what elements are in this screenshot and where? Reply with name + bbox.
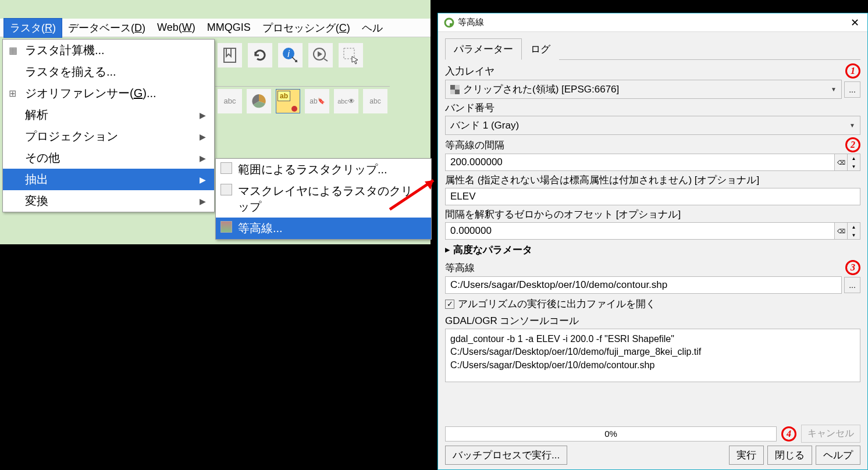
- run-icon[interactable]: [308, 43, 333, 67]
- menu-raster[interactable]: ラスタ(R): [3, 18, 62, 38]
- clear-icon[interactable]: ⌫: [835, 154, 848, 171]
- open-after-label: アルゴリズムの実行後に出力ファイルを開く: [458, 297, 656, 311]
- qgis-logo-icon: [444, 17, 454, 28]
- menu-mmqgis[interactable]: MMQGIS: [201, 19, 257, 36]
- menu-convert[interactable]: 変換▶: [3, 190, 214, 212]
- tab-parameters[interactable]: パラメーター: [445, 38, 522, 60]
- svg-text:i: i: [287, 49, 290, 59]
- pie-icon[interactable]: [247, 89, 271, 113]
- svg-rect-8: [450, 85, 455, 90]
- cancel-button: キャンセル: [801, 425, 860, 443]
- label-pin-icon[interactable]: ab: [276, 89, 300, 113]
- spin-up-icon: ▲: [848, 223, 860, 231]
- spin-buttons[interactable]: ▲▼: [848, 154, 860, 171]
- band-label: バンド番号: [445, 101, 495, 115]
- output-label: 等高線: [445, 261, 475, 275]
- submenu-arrow-icon: ▶: [200, 132, 206, 141]
- browse-output-button[interactable]: ...: [844, 277, 860, 293]
- submenu-arrow-icon: ▶: [200, 197, 206, 206]
- georef-icon: ⊞: [9, 88, 16, 99]
- menu-georeferencer[interactable]: ⊞ジオリファレンサー(G)...: [3, 83, 214, 104]
- raster-menu-dropdown: ▦ラスタ計算機... ラスタを揃える... ⊞ジオリファレンサー(G)... 解…: [2, 39, 215, 212]
- qgis-main-window: ラスタ(R) データベース(D) Web(W) MMQGIS プロセッシング(C…: [0, 0, 431, 244]
- offset-input[interactable]: 0.000000: [445, 222, 835, 240]
- batch-run-button[interactable]: バッチプロセスで実行...: [445, 446, 567, 465]
- console-label: GDAL/OGR コンソールコール: [445, 314, 579, 327]
- interval-label: 等高線の間隔: [445, 138, 504, 152]
- submenu-arrow-icon: ▶: [200, 175, 206, 184]
- offset-label: 間隔を解釈するゼロからのオフセット [オプショナル]: [445, 208, 681, 221]
- menu-extract[interactable]: 抽出▶: [3, 169, 214, 190]
- annotation-2: 2: [845, 137, 860, 152]
- input-layer-label: 入力レイヤ: [445, 65, 495, 78]
- menu-processing[interactable]: プロセッシング(C): [257, 19, 356, 37]
- spin-down-icon: ▼: [848, 162, 860, 170]
- open-after-checkbox[interactable]: ✓: [445, 300, 454, 309]
- menu-web[interactable]: Web(W): [151, 19, 201, 36]
- bookmark-icon[interactable]: [218, 43, 242, 67]
- dialog-title: 等高線: [458, 17, 484, 28]
- contour-icon: [220, 221, 232, 233]
- abc-label-icon[interactable]: abc: [218, 89, 242, 113]
- expand-arrow-icon: ▶: [445, 246, 450, 254]
- advanced-params-toggle[interactable]: ▶ 高度なパラメータ: [445, 243, 860, 257]
- clip-extent-icon: [220, 162, 232, 174]
- select-rect-icon[interactable]: [339, 43, 363, 67]
- calc-icon: ▦: [9, 45, 17, 56]
- menu-database[interactable]: データベース(D): [62, 19, 151, 37]
- tab-log[interactable]: ログ: [522, 38, 559, 60]
- abc-eye-icon[interactable]: abc👁: [334, 89, 358, 113]
- annotation-1: 1: [845, 63, 860, 79]
- raster-layer-icon: [450, 85, 460, 94]
- band-combo[interactable]: バンド 1 (Gray) ▼: [445, 116, 860, 135]
- svg-rect-6: [450, 23, 453, 26]
- svg-rect-9: [455, 90, 460, 94]
- dialog-tabs: パラメーター ログ: [445, 38, 860, 60]
- dialog-title-bar: 等高線 ✕: [438, 13, 867, 32]
- spin-up-icon: ▲: [848, 154, 860, 162]
- close-button[interactable]: ✕: [848, 16, 862, 29]
- submenu-arrow-icon: ▶: [200, 154, 206, 163]
- annotation-arrow: [384, 175, 442, 215]
- menu-raster-calculator[interactable]: ▦ラスタ計算機...: [3, 40, 214, 61]
- menu-contour[interactable]: 等高線...: [216, 218, 431, 239]
- refresh-icon[interactable]: [248, 43, 272, 67]
- menu-help[interactable]: ヘル: [356, 19, 389, 37]
- menu-other[interactable]: その他▶: [3, 147, 214, 169]
- dropdown-arrow-icon: ▼: [831, 86, 837, 92]
- annotation-3: 3: [845, 260, 860, 275]
- attribute-input[interactable]: ELEV: [445, 188, 860, 205]
- menubar: ラスタ(R) データベース(D) Web(W) MMQGIS プロセッシング(C…: [0, 19, 431, 37]
- spin-buttons[interactable]: ▲▼: [848, 222, 860, 240]
- run-button[interactable]: 実行: [729, 446, 764, 465]
- clip-mask-icon: [220, 184, 232, 195]
- menu-projection[interactable]: プロジェクション▶: [3, 126, 214, 147]
- help-button[interactable]: ヘルプ: [816, 446, 860, 465]
- annotation-4: 4: [781, 426, 796, 441]
- identify-icon[interactable]: i: [278, 43, 303, 67]
- close-button[interactable]: 閉じる: [767, 446, 812, 465]
- console-output[interactable]: gdal_contour -b 1 -a ELEV -i 200.0 -f "E…: [445, 329, 860, 382]
- progress-bar: 0%: [445, 426, 777, 441]
- abc-last-icon[interactable]: abc: [363, 89, 387, 113]
- browse-input-button[interactable]: ...: [844, 81, 860, 98]
- menu-align-raster[interactable]: ラスタを揃える...: [3, 61, 214, 83]
- submenu-arrow-icon: ▶: [200, 111, 206, 120]
- input-layer-combo[interactable]: クリップされた(領域) [EPSG:6676] ▼: [445, 80, 842, 99]
- ab-tag-icon[interactable]: ab🔖: [305, 89, 329, 113]
- attribute-label: 属性名 (指定されない場合は標高属性は付加されません) [オプショナル]: [445, 173, 759, 187]
- output-path-input[interactable]: C:/Users/sagar/Desktop/oer/10/demo/conto…: [445, 276, 842, 294]
- interval-input[interactable]: 200.000000: [445, 154, 835, 171]
- menu-analysis[interactable]: 解析▶: [3, 104, 214, 126]
- toolbar-row-2: abc ab ab🔖 abc👁 abc: [215, 86, 390, 115]
- clear-icon[interactable]: ⌫: [835, 222, 848, 240]
- toolbar-row-1: i: [215, 41, 365, 70]
- dropdown-arrow-icon: ▼: [849, 122, 855, 129]
- spin-down-icon: ▼: [848, 231, 860, 239]
- contour-dialog: 等高線 ✕ パラメーター ログ 入力レイヤ 1 クリップされた(領域) [EPS…: [437, 13, 868, 470]
